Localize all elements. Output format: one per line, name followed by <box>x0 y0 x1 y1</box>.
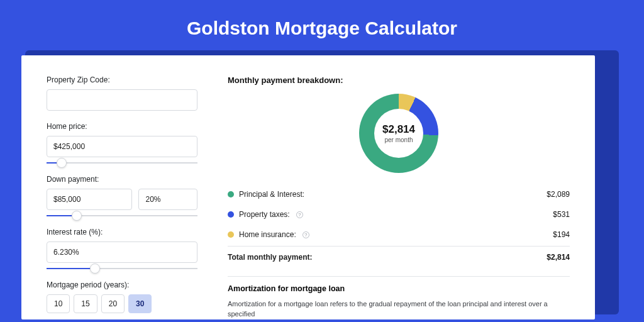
period-btn-10[interactable]: 10 <box>47 294 70 313</box>
donut-wrap: $2,814 per month <box>228 94 570 173</box>
interest-rate-label: Interest rate (%): <box>47 228 197 236</box>
page-title: Goldston Mortgage Calculator <box>0 0 644 50</box>
home-price-field: Home price: <box>47 122 197 164</box>
legend-total-value: $2,814 <box>547 253 570 262</box>
legend-label: Home insurance: <box>239 230 296 239</box>
down-payment-amount-input[interactable] <box>47 189 132 210</box>
home-price-input[interactable] <box>47 136 197 157</box>
zip-label: Property Zip Code: <box>47 75 197 84</box>
period-btn-15[interactable]: 15 <box>74 294 97 313</box>
dot-icon <box>228 231 234 238</box>
info-icon[interactable]: ? <box>296 211 303 218</box>
interest-rate-input[interactable] <box>47 242 197 263</box>
legend-value: $2,089 <box>547 190 570 199</box>
legend-label: Property taxes: <box>239 210 290 219</box>
dot-icon <box>228 191 234 197</box>
breakdown-column: Monthly payment breakdown: $2,814 per mo… <box>228 75 570 319</box>
interest-rate-slider-fill <box>47 268 95 269</box>
down-payment-slider[interactable] <box>47 215 197 216</box>
legend-row-taxes: Property taxes: ? $531 <box>228 204 570 225</box>
breakdown-title: Monthly payment breakdown: <box>228 75 570 85</box>
amortization-text: Amortization for a mortgage loan refers … <box>228 299 570 319</box>
interest-rate-field: Interest rate (%): <box>47 228 197 269</box>
down-payment-label: Down payment: <box>47 175 197 184</box>
interest-rate-slider-thumb[interactable] <box>90 264 100 274</box>
amortization-title: Amortization for mortgage loan <box>228 284 570 293</box>
info-icon[interactable]: ? <box>303 231 309 238</box>
donut-chart: $2,814 per month <box>359 94 438 173</box>
home-price-label: Home price: <box>47 122 197 131</box>
legend-row-principal: Principal & Interest: $2,089 <box>228 184 570 204</box>
legend-row-total: Total monthly payment: $2,814 <box>228 246 570 267</box>
donut-amount: $2,814 <box>382 123 415 136</box>
zip-field: Property Zip Code: <box>47 75 197 111</box>
dot-icon <box>228 211 234 218</box>
legend-value: $194 <box>553 230 570 239</box>
mortgage-period-field: Mortgage period (years): 10 15 20 30 <box>47 280 197 313</box>
legend-total-label: Total monthly payment: <box>228 253 312 262</box>
donut-sub: per month <box>384 136 413 143</box>
home-price-slider-thumb[interactable] <box>57 158 67 168</box>
period-btn-30[interactable]: 30 <box>128 294 152 313</box>
mortgage-period-options: 10 15 20 30 <box>47 294 197 313</box>
form-column: Property Zip Code: Home price: Down paym… <box>47 75 197 319</box>
mortgage-period-label: Mortgage period (years): <box>47 280 197 289</box>
zip-input[interactable] <box>47 89 197 111</box>
interest-rate-slider[interactable] <box>47 268 197 269</box>
legend-row-insurance: Home insurance: ? $194 <box>228 225 570 245</box>
home-price-slider[interactable] <box>47 162 197 164</box>
legend-value: $531 <box>553 210 570 219</box>
period-btn-20[interactable]: 20 <box>101 294 125 313</box>
down-payment-pct-input[interactable] <box>138 189 197 210</box>
donut-center: $2,814 per month <box>374 109 423 158</box>
calculator-card: Property Zip Code: Home price: Down paym… <box>21 55 595 319</box>
divider <box>228 276 570 277</box>
legend-label: Principal & Interest: <box>239 190 304 199</box>
down-payment-field: Down payment: <box>47 175 197 216</box>
card-shadow: Property Zip Code: Home price: Down paym… <box>25 50 619 314</box>
down-payment-slider-thumb[interactable] <box>72 211 82 221</box>
